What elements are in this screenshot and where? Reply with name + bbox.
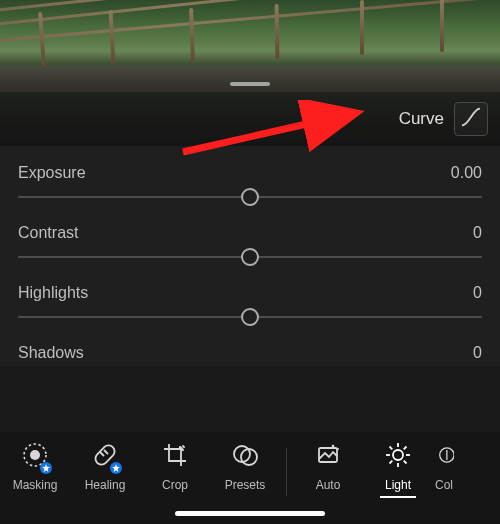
tool-crop-label: Crop bbox=[162, 478, 188, 492]
exposure-value: 0.00 bbox=[451, 164, 482, 182]
photo-preview[interactable] bbox=[0, 0, 500, 92]
tool-masking-label: Masking bbox=[13, 478, 58, 492]
crop-icon bbox=[161, 441, 189, 473]
panel-drag-handle[interactable] bbox=[230, 82, 270, 86]
bottom-toolbar: Masking Healing bbox=[0, 432, 500, 524]
svg-point-13 bbox=[337, 448, 339, 450]
exposure-slider[interactable]: Exposure 0.00 bbox=[18, 164, 482, 198]
tool-presets[interactable]: Presets bbox=[210, 442, 280, 492]
curve-label: Curve bbox=[399, 109, 444, 129]
color-icon bbox=[434, 441, 454, 473]
tool-light[interactable]: Light bbox=[363, 442, 433, 492]
shadows-label: Shadows bbox=[18, 344, 84, 362]
tool-crop[interactable]: Crop bbox=[140, 442, 210, 492]
tool-presets-label: Presets bbox=[225, 478, 266, 492]
svg-point-3 bbox=[30, 450, 40, 460]
tool-healing-label: Healing bbox=[85, 478, 126, 492]
contrast-slider[interactable]: Contrast 0 bbox=[18, 224, 482, 258]
svg-line-7 bbox=[104, 450, 108, 454]
auto-icon bbox=[314, 441, 342, 473]
light-panel-header: Curve bbox=[0, 92, 500, 146]
shadows-slider[interactable]: Shadows 0 bbox=[18, 344, 482, 366]
svg-line-22 bbox=[404, 447, 407, 450]
highlights-label: Highlights bbox=[18, 284, 88, 302]
curve-button[interactable] bbox=[454, 102, 488, 136]
tool-masking[interactable]: Masking bbox=[0, 442, 70, 492]
svg-line-21 bbox=[390, 461, 393, 464]
light-icon bbox=[384, 441, 412, 473]
contrast-thumb[interactable] bbox=[241, 248, 259, 266]
home-indicator[interactable] bbox=[175, 511, 325, 516]
premium-badge-icon bbox=[40, 462, 52, 474]
light-sliders-panel: Exposure 0.00 Contrast 0 Highlights 0 Sh… bbox=[0, 146, 500, 366]
contrast-value: 0 bbox=[473, 224, 482, 242]
toolbar-divider bbox=[286, 448, 287, 496]
tool-auto-label: Auto bbox=[316, 478, 341, 492]
curve-icon bbox=[460, 106, 482, 132]
svg-line-6 bbox=[100, 452, 104, 456]
tool-color-label: Col bbox=[435, 478, 453, 492]
premium-badge-icon bbox=[110, 462, 122, 474]
highlights-thumb[interactable] bbox=[241, 308, 259, 326]
svg-marker-8 bbox=[112, 464, 120, 472]
tool-light-label: Light bbox=[385, 478, 411, 492]
exposure-thumb[interactable] bbox=[241, 188, 259, 206]
svg-point-14 bbox=[393, 450, 403, 460]
highlights-value: 0 bbox=[473, 284, 482, 302]
tool-healing[interactable]: Healing bbox=[70, 442, 140, 492]
highlights-slider[interactable]: Highlights 0 bbox=[18, 284, 482, 318]
svg-line-19 bbox=[390, 447, 393, 450]
tool-auto[interactable]: Auto bbox=[293, 442, 363, 492]
svg-line-20 bbox=[404, 461, 407, 464]
exposure-label: Exposure bbox=[18, 164, 86, 182]
presets-icon bbox=[231, 441, 259, 473]
contrast-label: Contrast bbox=[18, 224, 78, 242]
svg-marker-4 bbox=[42, 464, 50, 472]
shadows-value: 0 bbox=[473, 344, 482, 362]
tool-color[interactable]: Col bbox=[433, 442, 461, 492]
svg-point-12 bbox=[332, 445, 335, 448]
